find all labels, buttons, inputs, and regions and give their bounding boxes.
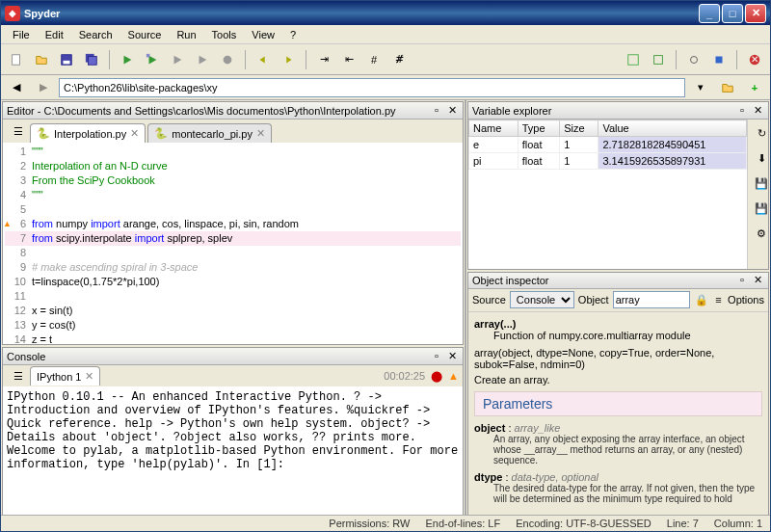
maximize-button[interactable]: □: [722, 4, 743, 23]
run-button[interactable]: [116, 48, 139, 71]
close-button[interactable]: ✕: [745, 4, 766, 23]
address-bar: ◀ ▶ ▾ +: [1, 75, 770, 100]
indent-button[interactable]: ⇥: [312, 48, 335, 71]
lock-icon[interactable]: 🔒: [694, 288, 709, 311]
refresh-icon[interactable]: ↻: [750, 121, 768, 145]
tab-close-icon[interactable]: ✕: [85, 370, 93, 383]
object-input[interactable]: [613, 291, 690, 308]
save-data-icon[interactable]: 💾: [750, 172, 768, 195]
variable-explorer-panel: Variable explorer ▫ ✕ Name Type Size Val…: [467, 101, 769, 270]
main-toolbar: ⇥ ⇤ # #̸ ✕: [1, 44, 770, 75]
prefs-button[interactable]: [682, 48, 705, 71]
source-label: Source: [472, 294, 506, 306]
col-type[interactable]: Type: [518, 120, 559, 137]
source-select[interactable]: Console: [510, 291, 574, 308]
saveAs-data-icon[interactable]: 💾: [750, 197, 768, 220]
unindent-button[interactable]: ⇤: [337, 48, 360, 71]
panel-undock-icon[interactable]: ▫: [735, 104, 749, 118]
stop-icon[interactable]: ⬤: [431, 370, 442, 383]
col-value[interactable]: Value: [598, 120, 747, 137]
tab-list-button[interactable]: ☰: [7, 120, 30, 143]
col-name[interactable]: Name: [469, 120, 518, 137]
dropdown-button[interactable]: ▾: [689, 76, 712, 99]
python-file-icon: 🐍: [154, 127, 168, 140]
tab-interpolation[interactable]: 🐍 Interpolation.py ✕: [30, 123, 146, 143]
console-tab[interactable]: IPython 1 ✕: [30, 366, 100, 386]
menu-search[interactable]: Search: [71, 27, 120, 42]
panel-undock-icon[interactable]: ▫: [430, 104, 443, 118]
svg-rect-2: [64, 60, 70, 64]
console-panel: Console ▫ ✕ ☰ IPython 1 ✕ 00:02:25 ⬤ ▲ I…: [2, 347, 464, 516]
comment-button[interactable]: #: [362, 48, 386, 71]
python-path-button[interactable]: [707, 48, 731, 71]
up-button[interactable]: +: [743, 76, 766, 99]
code-editor[interactable]: 1"""2Interpolation of an N-D curve3From …: [3, 143, 463, 344]
app-icon: ◆: [5, 6, 20, 21]
redo-button[interactable]: [277, 48, 300, 71]
fullscreen-icon[interactable]: [647, 48, 670, 71]
svg-rect-5: [146, 53, 150, 57]
browse-button[interactable]: [716, 76, 739, 99]
tab-close-icon[interactable]: ✕: [256, 127, 265, 140]
panel-close-icon[interactable]: ✕: [445, 104, 459, 118]
warning-icon[interactable]: ▲: [448, 370, 459, 382]
svg-rect-7: [628, 54, 639, 65]
menu-help[interactable]: ?: [282, 27, 304, 42]
menu-edit[interactable]: Edit: [38, 27, 71, 42]
undo-button[interactable]: [252, 48, 275, 71]
run-config-button[interactable]: [191, 48, 214, 71]
open-file-button[interactable]: [30, 48, 53, 71]
menu-file[interactable]: File: [5, 27, 38, 42]
run-cell-button[interactable]: [141, 48, 164, 71]
svg-rect-8: [654, 55, 663, 64]
menu-view[interactable]: View: [244, 27, 282, 42]
python-file-icon: 🐍: [37, 127, 50, 140]
titlebar: ◆ Spyder _ □ ✕: [1, 1, 770, 25]
svg-point-6: [224, 55, 232, 64]
editor-panel: Editor - C:\Documents and Settings\carlo…: [2, 101, 464, 345]
settings-icon[interactable]: ⚙: [750, 222, 768, 245]
tab-list-button[interactable]: ☰: [7, 364, 30, 387]
menubar: File Edit Search Source Run Tools View ?: [1, 25, 770, 44]
debug-button[interactable]: [216, 48, 239, 71]
options-label[interactable]: Options: [728, 294, 764, 306]
object-inspector-panel: Object inspector ▫ ✕ Source Console Obje…: [467, 272, 769, 516]
save-all-button[interactable]: [80, 48, 103, 71]
editor-tabs: ☰ 🐍 Interpolation.py ✕ 🐍 montecarlo_pi.p…: [3, 120, 463, 143]
forward-button[interactable]: ▶: [32, 76, 55, 99]
col-size[interactable]: Size: [560, 120, 598, 137]
panel-close-icon[interactable]: ✕: [751, 104, 764, 118]
tab-close-icon[interactable]: ✕: [130, 127, 139, 140]
new-file-button[interactable]: [5, 48, 28, 71]
panel-close-icon[interactable]: ✕: [445, 350, 459, 363]
doc-body: array(...) Function of numpy.core.multia…: [468, 312, 768, 515]
minimize-button[interactable]: _: [699, 4, 720, 23]
tab-montecarlo[interactable]: 🐍 montecarlo_pi.py ✕: [147, 123, 272, 143]
svg-rect-4: [89, 56, 97, 65]
import-icon[interactable]: ⬇: [750, 146, 768, 170]
table-row[interactable]: pifloat13.1415926535897931: [469, 153, 747, 170]
run-selection-button[interactable]: [166, 48, 189, 71]
working-dir-input[interactable]: [59, 78, 685, 97]
panel-close-icon[interactable]: ✕: [751, 274, 764, 287]
exit-button[interactable]: ✕: [743, 48, 766, 71]
panel-undock-icon[interactable]: ▫: [430, 350, 443, 363]
save-button[interactable]: [55, 48, 78, 71]
objinsp-title: Object inspector: [472, 275, 733, 286]
variable-table[interactable]: Name Type Size Value efloat12.7182818284…: [468, 120, 747, 170]
svg-point-9: [691, 56, 698, 63]
editor-title: Editor - C:\Documents and Settings\carlo…: [7, 105, 428, 117]
menu-source[interactable]: Source: [120, 27, 170, 42]
console-output[interactable]: IPython 0.10.1 -- An enhanced Interactiv…: [3, 386, 463, 475]
console-timer: 00:02:25: [384, 370, 425, 382]
panel-undock-icon[interactable]: ▫: [735, 274, 749, 287]
table-row[interactable]: efloat12.7182818284590451: [469, 137, 747, 153]
object-label: Object: [578, 294, 609, 306]
uncomment-button[interactable]: #̸: [387, 48, 411, 71]
options-icon[interactable]: ≡: [713, 288, 724, 311]
menu-run[interactable]: Run: [169, 27, 203, 42]
menu-tools[interactable]: Tools: [204, 27, 245, 42]
max-window-icon[interactable]: [622, 48, 645, 71]
varexp-title: Variable explorer: [472, 105, 733, 117]
back-button[interactable]: ◀: [5, 76, 28, 99]
